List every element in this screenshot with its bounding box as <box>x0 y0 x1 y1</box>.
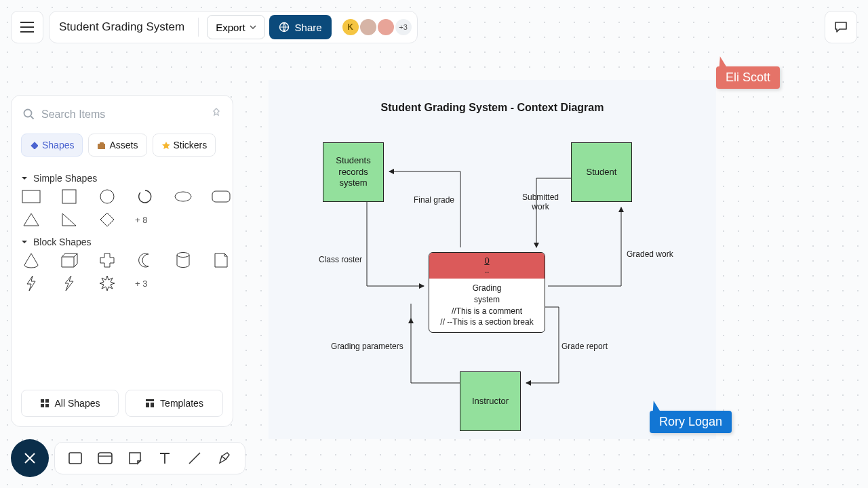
tool-text[interactable] <box>157 450 173 466</box>
svg-rect-3 <box>98 144 105 149</box>
tab-label: Stickers <box>174 140 208 150</box>
tab-label: Shapes <box>42 140 74 150</box>
shape-note[interactable] <box>211 253 231 268</box>
export-button[interactable]: Export <box>207 15 264 39</box>
star-icon <box>161 141 170 149</box>
shape-cube[interactable] <box>59 253 79 268</box>
diagram-canvas[interactable]: Student Grading System - Context Diagram… <box>269 80 716 439</box>
shape-cone[interactable] <box>21 253 41 268</box>
avatar-overflow[interactable]: +3 <box>394 18 413 37</box>
avatar-user-3[interactable] <box>376 18 395 37</box>
node-grading-system[interactable]: 0-- Grading system //This is a comment /… <box>429 252 545 333</box>
chevron-down-icon <box>250 25 256 29</box>
shape-square[interactable] <box>59 189 79 204</box>
edge-grade-report: Grade report <box>561 342 608 351</box>
svg-rect-23 <box>98 453 112 464</box>
svg-line-25 <box>189 453 200 464</box>
bottom-toolbar <box>54 442 245 474</box>
svg-rect-2 <box>31 142 38 149</box>
close-icon <box>24 452 36 464</box>
shape-cylinder[interactable] <box>173 253 193 268</box>
svg-point-1 <box>24 110 32 117</box>
pin-icon[interactable] <box>211 108 222 121</box>
node-student[interactable]: Student <box>571 142 632 202</box>
templates-button[interactable]: Templates <box>125 390 223 417</box>
close-fab[interactable] <box>11 439 49 477</box>
shape-triangle[interactable] <box>21 212 41 227</box>
simple-more[interactable]: + 8 <box>135 215 165 225</box>
tab-label: Assets <box>109 140 138 150</box>
edge-graded-work: Graded work <box>627 249 673 259</box>
document-title[interactable]: Student Grading System <box>59 20 184 34</box>
diamond-icon <box>30 141 38 149</box>
share-button[interactable]: Share <box>269 15 332 39</box>
svg-rect-16 <box>146 403 149 407</box>
menu-button[interactable] <box>11 11 43 43</box>
cursor-eli: Eli Scott <box>716 57 780 89</box>
tab-stickers[interactable]: Stickers <box>153 134 216 157</box>
globe-icon <box>279 22 290 33</box>
shapes-panel: Shapes Assets Stickers Simple Shapes + 8… <box>11 95 233 427</box>
layout-icon <box>145 399 155 408</box>
tool-card[interactable] <box>97 450 113 466</box>
shape-roundrect[interactable] <box>211 189 231 204</box>
tool-line[interactable] <box>186 450 203 466</box>
cursor-rory: Rory Logan <box>650 401 732 433</box>
svg-rect-12 <box>45 399 49 403</box>
search-input[interactable] <box>41 108 205 121</box>
node-header: 0-- <box>429 253 545 279</box>
svg-rect-13 <box>41 404 44 407</box>
svg-rect-14 <box>45 404 49 407</box>
shape-diamond[interactable] <box>97 212 117 227</box>
shape-burst[interactable] <box>97 276 117 291</box>
comments-button[interactable] <box>825 11 857 43</box>
svg-rect-22 <box>69 453 81 464</box>
svg-rect-17 <box>151 403 154 407</box>
tool-pen[interactable] <box>216 450 233 466</box>
cursor-label: Eli Scott <box>716 66 780 89</box>
svg-rect-9 <box>212 191 230 202</box>
tab-shapes[interactable]: Shapes <box>21 134 83 157</box>
caret-down-icon <box>21 175 28 182</box>
cursor-label: Rory Logan <box>650 411 732 433</box>
avatar-user-2[interactable] <box>359 18 378 37</box>
node-body: Grading system //This is a comment // --… <box>429 279 545 332</box>
section-block-shapes[interactable]: Block Shapes <box>21 237 223 247</box>
shape-plus[interactable] <box>97 253 117 268</box>
tool-sticky[interactable] <box>127 450 143 466</box>
node-instructor[interactable]: Instructor <box>460 371 521 431</box>
edge-grading-params: Grading parameters <box>331 342 403 351</box>
section-simple-shapes[interactable]: Simple Shapes <box>21 173 223 184</box>
shape-rect[interactable] <box>21 189 41 204</box>
svg-point-7 <box>100 190 114 203</box>
hamburger-icon <box>20 22 34 33</box>
edge-class-roster: Class roster <box>319 255 362 264</box>
shape-right-triangle[interactable] <box>59 212 79 227</box>
shape-bolt-2[interactable] <box>59 276 79 291</box>
export-label: Export <box>216 22 245 33</box>
grid-icon <box>40 399 50 408</box>
share-label: Share <box>295 22 322 33</box>
shape-arc[interactable] <box>135 189 155 204</box>
shape-circle[interactable] <box>97 189 117 204</box>
edge-submitted-work: Submitted work <box>517 192 564 211</box>
shape-bolt[interactable] <box>21 276 41 291</box>
svg-rect-6 <box>62 190 76 203</box>
block-more[interactable]: + 3 <box>135 279 165 289</box>
document-header: Student Grading System Export Share K +3 <box>49 11 418 43</box>
tab-assets[interactable]: Assets <box>88 134 146 157</box>
svg-rect-11 <box>41 399 44 403</box>
shape-ellipse[interactable] <box>173 189 193 204</box>
tool-rect[interactable] <box>67 450 83 466</box>
svg-rect-4 <box>100 142 104 144</box>
edge-final-grade: Final grade <box>414 195 454 205</box>
avatar-user-1[interactable]: K <box>341 18 360 37</box>
svg-point-8 <box>175 192 191 201</box>
caret-down-icon <box>21 239 28 245</box>
node-records-system[interactable]: Students records system <box>323 142 384 202</box>
divider <box>198 18 199 37</box>
svg-rect-15 <box>146 399 154 401</box>
shape-moon[interactable] <box>135 253 155 268</box>
all-shapes-button[interactable]: All Shapes <box>21 390 119 417</box>
briefcase-icon <box>97 141 105 149</box>
